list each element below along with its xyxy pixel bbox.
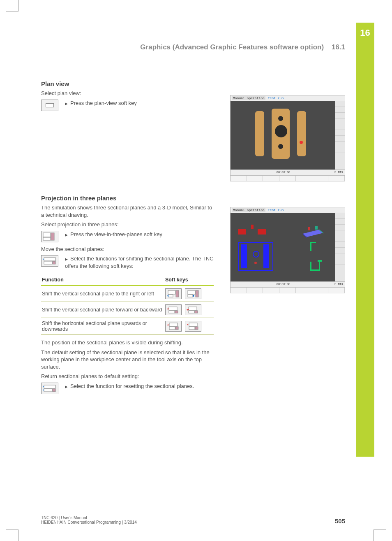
fn-cell: Shift the horizontal sectional plane upw… (41, 318, 164, 335)
shift-horiz-down-icon (185, 321, 201, 332)
chapter-number: 16 (356, 28, 374, 38)
projection-heading: Projection in three planes (41, 195, 214, 202)
svg-rect-6 (168, 290, 175, 294)
svg-rect-21 (189, 323, 197, 326)
svg-rect-2 (51, 233, 54, 240)
projection-p3: Move the sectional planes: (41, 246, 214, 253)
th-softkeys: Soft keys (164, 275, 214, 286)
footer-line2: HEIDENHAIN Conversational Programming | … (41, 520, 137, 525)
header-section-number: 16.1 (332, 43, 345, 51)
scr-status-time: 00:00:00 (277, 171, 291, 174)
shift-vert-right-icon (185, 288, 201, 299)
scr2-test-run: Test run (268, 208, 284, 212)
plan-view-step1: Press the plan-view soft key (65, 100, 214, 107)
svg-rect-12 (169, 307, 177, 310)
shift-vert-fwd-icon (185, 304, 201, 315)
crop-mark-tl (6, 0, 18, 12)
svg-rect-25 (44, 389, 52, 392)
table-row: Shift the vertical sectional plane to th… (41, 286, 214, 302)
scr2-status-fmax: F MAX (334, 283, 343, 286)
table-row: Shift the horizontal sectional plane upw… (41, 318, 214, 335)
svg-rect-11 (196, 290, 198, 297)
svg-rect-24 (44, 385, 55, 388)
scr2-manual-op: Manual operation (232, 208, 265, 212)
th-function: Function (41, 275, 164, 286)
chapter-tab: 16 (356, 23, 374, 457)
plan-view-intro: Select plan view: (41, 90, 214, 97)
crop-mark-br (374, 529, 386, 541)
svg-rect-30 (308, 227, 310, 230)
svg-rect-13 (169, 311, 175, 313)
scr-test-run: Test run (268, 96, 284, 100)
svg-rect-3 (44, 258, 55, 261)
screenshot-plan-view: Manual operation Test run 00:00:00 F MAX (230, 95, 345, 181)
crop-mark-bl (6, 529, 18, 541)
shift-vert-left-icon (165, 288, 182, 299)
svg-rect-0 (43, 233, 51, 237)
projection-step3: Select the function for resetting the se… (65, 383, 214, 390)
plan-view-softkey-icon (41, 100, 58, 111)
projection-step1: Press the view-in-three-planes soft key (65, 231, 214, 238)
scr-manual-op: Manual operation (232, 96, 265, 100)
svg-rect-17 (195, 311, 198, 313)
projection-p5: The default setting of the sectional pla… (41, 349, 214, 371)
svg-rect-16 (189, 311, 194, 313)
svg-rect-7 (168, 295, 173, 297)
footer-line1: TNC 620 | User's Manual (41, 515, 137, 520)
shift-horiz-up-icon (165, 321, 182, 332)
shift-planes-softkey-icon (41, 255, 58, 267)
projection-p6: Return sectional planes to default setti… (41, 373, 214, 380)
svg-rect-18 (169, 323, 178, 326)
svg-rect-20 (175, 327, 178, 330)
projection-p2: Select projection in three planes: (41, 221, 214, 228)
fn-cell: Shift the vertical sectional plane to th… (41, 286, 164, 302)
header-title: Graphics (Advanced Graphic Features soft… (140, 43, 324, 51)
svg-rect-23 (195, 327, 198, 330)
scr2-status-time: 00:00:00 (277, 283, 291, 286)
svg-rect-8 (176, 290, 179, 297)
projection-p4: The position of the sectional planes is … (41, 339, 214, 346)
svg-rect-10 (188, 295, 193, 297)
reset-planes-softkey-icon (41, 383, 58, 394)
fn-cell: Shift the vertical sectional plane forwa… (41, 302, 164, 318)
scr-status-fmax: F MAX (334, 171, 343, 174)
page-number: 505 (335, 518, 345, 525)
page-header: Graphics (Advanced Graphic Features soft… (41, 43, 345, 51)
svg-rect-19 (169, 327, 175, 330)
projection-step2: Select the functions for shifting the se… (65, 255, 214, 269)
svg-rect-31 (315, 226, 318, 230)
table-row: Shift the vertical sectional plane forwa… (41, 302, 214, 318)
svg-rect-5 (53, 261, 55, 264)
plan-view-heading: Plan view (41, 80, 214, 87)
svg-rect-15 (189, 307, 197, 310)
svg-rect-26 (53, 389, 55, 392)
projection-p1: The simulation shows three sectional pla… (41, 204, 214, 218)
page-footer: TNC 620 | User's Manual HEIDENHAIN Conve… (41, 515, 345, 525)
screenshot-three-planes: Manual operation Test run (230, 207, 345, 293)
svg-rect-22 (189, 327, 195, 330)
shift-vert-back-icon (165, 304, 182, 315)
svg-rect-9 (188, 290, 195, 294)
svg-rect-14 (175, 311, 178, 313)
three-planes-softkey-icon (41, 231, 58, 242)
svg-rect-4 (44, 261, 52, 264)
svg-rect-1 (43, 237, 51, 240)
softkey-function-table: Function Soft keys Shift the vertical se… (41, 275, 214, 335)
